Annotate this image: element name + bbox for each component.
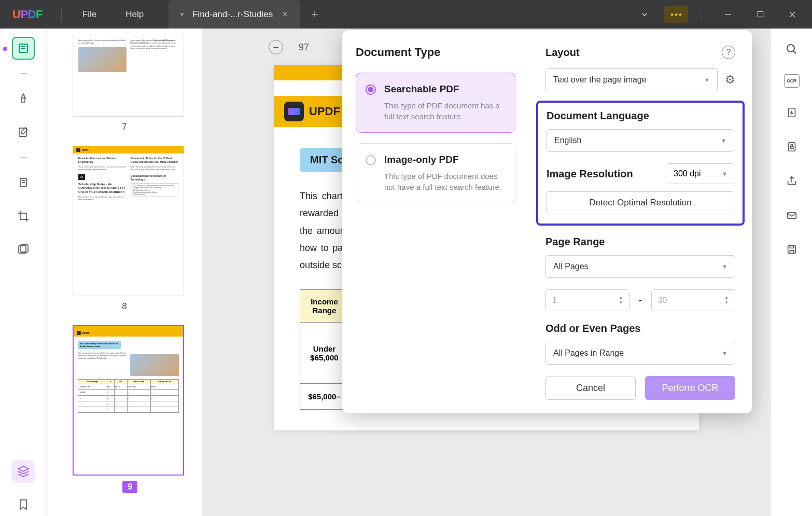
updf-label: UPDF	[309, 105, 340, 118]
cancel-button[interactable]: Cancel	[545, 376, 636, 400]
ocr-settings-panel: Document Type Searchable PDF This type o…	[342, 30, 752, 413]
resolution-select[interactable]: 300 dpi▼	[667, 163, 734, 184]
highlighted-section: Document Language English▼ Image Resolut…	[536, 101, 745, 226]
range-from-input[interactable]: 1 ▲▼	[545, 289, 629, 311]
stepper-icons[interactable]: ▲▼	[619, 296, 623, 305]
thumbnail-panel[interactable]: Lorem ipsum dolor sit amet consectetur a…	[47, 29, 202, 516]
oddeven-select[interactable]: All Pages in Range▼	[545, 342, 735, 365]
searchable-pdf-option[interactable]: Searchable PDF This type of PDF document…	[356, 73, 515, 133]
left-tool-rail	[0, 29, 47, 516]
chevron-down-icon: ▼	[721, 137, 726, 144]
close-button[interactable]	[780, 4, 805, 25]
organize-tool-button[interactable]	[12, 238, 35, 261]
language-label: Document Language	[547, 110, 734, 122]
divider	[702, 7, 702, 22]
crop-tool-button[interactable]	[12, 205, 35, 228]
svg-rect-7	[22, 98, 25, 102]
option-description: This type of PDF document does not have …	[384, 171, 505, 192]
zoom-level: 97	[299, 42, 309, 53]
svg-marker-14	[18, 466, 29, 471]
stepper-icons[interactable]: ▲▼	[724, 296, 729, 305]
tab-close-icon[interactable]: ×	[280, 9, 290, 20]
ocr-button[interactable]: OCR	[784, 74, 800, 88]
table-header: Income Range	[300, 290, 349, 323]
option-title: Searchable PDF	[384, 83, 505, 95]
protect-icon[interactable]	[782, 137, 801, 156]
email-icon[interactable]	[782, 206, 801, 225]
zoom-out-button[interactable]: −	[269, 40, 283, 54]
range-dash: -	[639, 296, 641, 305]
chevron-down-icon: ▼	[722, 350, 727, 356]
svg-rect-20	[787, 213, 796, 219]
maximize-button[interactable]	[748, 4, 773, 25]
detect-resolution-button[interactable]: Detect Optimal Resolution	[547, 191, 734, 214]
document-tab[interactable]: ▼ Find-and-...r-Studies ×	[169, 0, 300, 29]
option-title: Image-only PDF	[384, 154, 505, 165]
page-range-select[interactable]: All Pages▼	[545, 255, 735, 278]
svg-rect-21	[788, 246, 795, 254]
menu-file[interactable]: File	[68, 9, 111, 20]
new-tab-button[interactable]: +	[300, 8, 330, 21]
layout-label: Layout	[545, 47, 580, 59]
share-icon[interactable]	[782, 172, 801, 190]
layers-button[interactable]	[12, 460, 35, 483]
page-range-label: Page Range	[545, 236, 735, 248]
app-logo: UPDF	[0, 8, 55, 21]
thumbnail-page-9[interactable]: UPDF MIT Scholarship information based o…	[73, 325, 184, 476]
chevron-down-icon: ▼	[722, 263, 727, 270]
indicator-dot	[3, 47, 7, 51]
document-type-heading: Document Type	[356, 46, 515, 59]
radio-icon	[366, 85, 376, 95]
layout-select[interactable]: Text over the page image▼	[545, 68, 718, 91]
updf-logo-icon	[284, 102, 304, 121]
tab-dropdown-icon[interactable]: ▼	[179, 11, 185, 18]
oddeven-label: Odd or Even Pages	[545, 323, 735, 334]
thumbnail-number: 9	[73, 481, 176, 507]
search-icon[interactable]	[782, 40, 801, 59]
chevron-down-icon: ▼	[722, 171, 727, 177]
radio-icon	[366, 155, 376, 165]
edit-tool-button[interactable]	[12, 121, 35, 144]
svg-rect-18	[788, 143, 795, 151]
chevron-down-icon[interactable]	[632, 4, 657, 25]
language-select[interactable]: English▼	[547, 129, 734, 152]
chevron-down-icon: ▼	[704, 77, 710, 83]
perform-ocr-button[interactable]: Perform OCR	[645, 376, 735, 400]
divider	[20, 73, 27, 74]
thumbnail-page-7[interactable]: Lorem ipsum dolor sit amet consectetur a…	[73, 34, 184, 117]
range-to-input[interactable]: 30 ▲▼	[651, 289, 735, 311]
highlight-tool-button[interactable]	[12, 88, 35, 110]
image-only-pdf-option[interactable]: Image-only PDF This type of PDF document…	[356, 143, 515, 203]
titlebar: UPDF File Help ▼ Find-and-...r-Studies ×…	[0, 0, 812, 29]
svg-line-16	[793, 51, 796, 53]
svg-point-15	[787, 45, 794, 52]
svg-rect-19	[790, 146, 793, 149]
resolution-label: Image Resolution	[547, 168, 633, 180]
thumbnail-number: 7	[73, 122, 176, 132]
pages-tool-button[interactable]	[12, 172, 35, 194]
option-description: This type of PDF document has a full tex…	[384, 100, 505, 122]
menu-help[interactable]: Help	[111, 9, 158, 20]
account-badge[interactable]: ★★★	[664, 6, 688, 23]
save-icon[interactable]	[782, 240, 801, 259]
thumbnail-number: 8	[73, 301, 176, 312]
divider	[61, 7, 62, 22]
minimize-button[interactable]	[716, 4, 740, 25]
svg-rect-1	[758, 11, 763, 17]
right-tool-rail: OCR	[771, 29, 812, 516]
gear-icon[interactable]: ⚙	[725, 73, 735, 87]
convert-icon[interactable]	[782, 103, 801, 122]
divider	[20, 157, 27, 158]
tab-title: Find-and-...r-Studies	[192, 9, 273, 20]
thumbnail-page-8[interactable]: UPDF Naval Architecture and Marine Engin…	[73, 146, 184, 296]
bookmark-button[interactable]	[12, 493, 35, 516]
reader-mode-button[interactable]	[12, 37, 35, 60]
help-icon[interactable]: ?	[722, 46, 735, 59]
